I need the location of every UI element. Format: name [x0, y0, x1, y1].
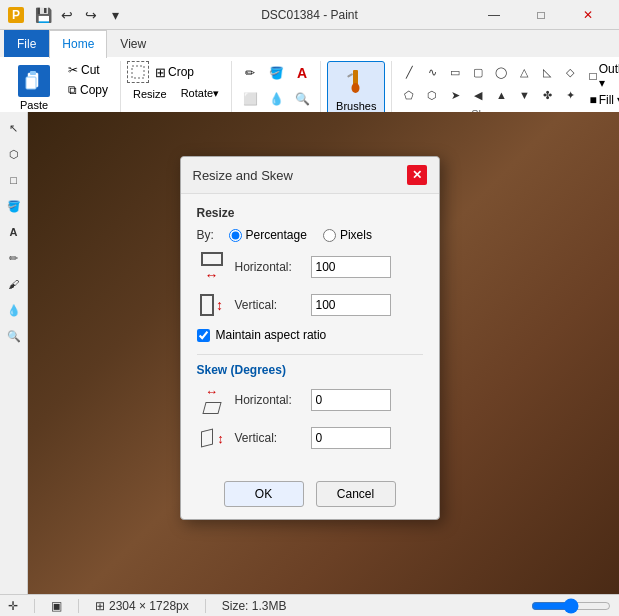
dialog-close-button[interactable]: ✕: [407, 165, 427, 185]
resize-skew-dialog: Resize and Skew ✕ Resize By: Percentage …: [180, 156, 440, 520]
dialog-title: Resize and Skew: [193, 168, 293, 183]
by-row: By: Percentage Pixels: [197, 228, 423, 242]
pixels-radio-label[interactable]: Pixels: [323, 228, 372, 242]
tab-home[interactable]: Home: [49, 30, 107, 58]
percentage-radio[interactable]: [229, 229, 242, 242]
cancel-button[interactable]: Cancel: [316, 481, 396, 507]
dialog-title-bar: Resize and Skew ✕: [181, 157, 439, 194]
resize-horizontal-input[interactable]: [311, 256, 391, 278]
by-label: By:: [197, 228, 217, 242]
maintain-aspect-row: Maintain aspect ratio: [197, 328, 423, 342]
ok-button[interactable]: OK: [224, 481, 304, 507]
skew-vertical-row: ↕ Vertical:: [197, 423, 423, 453]
skew-horizontal-row: ↔ Horizontal:: [197, 385, 423, 415]
dialog-overlay: Resize and Skew ✕ Resize By: Percentage …: [0, 0, 619, 616]
dialog-body: Resize By: Percentage Pixels: [181, 194, 439, 473]
resize-vertical-icon: ↕: [197, 290, 227, 320]
skew-horizontal-icon: ↔: [197, 385, 227, 415]
resize-horizontal-icon: ↔: [197, 252, 227, 282]
resize-vertical-row: ↕ Vertical:: [197, 290, 423, 320]
maintain-aspect-label: Maintain aspect ratio: [216, 328, 327, 342]
skew-vertical-input[interactable]: [311, 427, 391, 449]
skew-section-label: Skew (Degrees): [197, 363, 423, 377]
pixels-radio[interactable]: [323, 229, 336, 242]
percentage-radio-label[interactable]: Percentage: [229, 228, 307, 242]
resize-horizontal-row: ↔ Horizontal:: [197, 252, 423, 282]
resize-section-label: Resize: [197, 206, 423, 220]
section-divider: [197, 354, 423, 355]
resize-radio-group: Percentage Pixels: [229, 228, 372, 242]
skew-vertical-icon: ↕: [197, 423, 227, 453]
resize-vertical-input[interactable]: [311, 294, 391, 316]
resize-vertical-label: Vertical:: [235, 298, 303, 312]
skew-horizontal-input[interactable]: [311, 389, 391, 411]
skew-vertical-label: Vertical:: [235, 431, 303, 445]
dialog-buttons: OK Cancel: [181, 481, 439, 507]
skew-horizontal-label: Horizontal:: [235, 393, 303, 407]
maintain-aspect-checkbox[interactable]: [197, 329, 210, 342]
resize-horizontal-label: Horizontal:: [235, 260, 303, 274]
